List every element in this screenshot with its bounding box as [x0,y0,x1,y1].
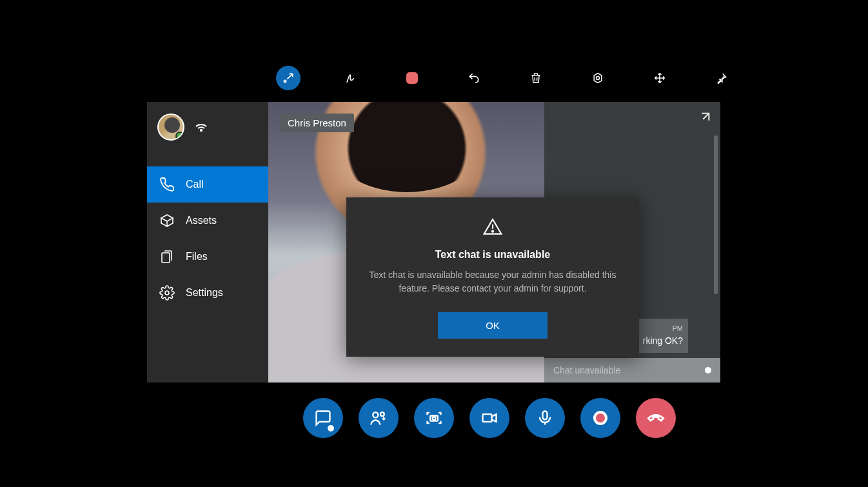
dialog-title: Text chat is unavailable [366,249,620,261]
notification-dot [328,425,334,432]
warning-icon [366,217,620,240]
svg-point-5 [165,291,169,295]
record-button[interactable] [580,398,620,438]
collapse-toolbar-button[interactable] [276,66,301,90]
chat-button[interactable] [303,398,343,438]
move-button[interactable] [647,66,672,90]
message-time: PM [643,324,683,333]
svg-rect-4 [162,253,170,263]
chat-input[interactable]: Chat unavailable [544,358,720,383]
presence-indicator [175,132,184,141]
pin-button[interactable] [709,66,734,90]
add-participant-button[interactable] [359,398,399,438]
unavailable-dialog: Text chat is unavailable Text chat is un… [346,197,639,357]
undo-button[interactable] [462,66,486,90]
svg-marker-1 [594,74,602,83]
snapshot-button[interactable] [414,398,454,438]
ink-tool-button[interactable] [338,66,362,90]
svg-point-7 [492,231,493,232]
sidebar-label: Call [186,179,204,190]
network-icon[interactable] [193,118,209,136]
hangup-button[interactable] [636,398,676,438]
svg-rect-12 [483,414,492,422]
avatar[interactable] [157,114,184,141]
send-icon[interactable] [705,367,711,373]
svg-point-8 [373,412,378,417]
sidebar-item-settings[interactable]: Settings [147,275,268,311]
record-indicator[interactable] [400,66,424,90]
svg-point-2 [597,77,600,80]
chat-scrollbar[interactable] [714,135,718,294]
video-toggle-button[interactable] [469,398,509,438]
dialog-body: Text chat is unavailable because your ad… [366,268,620,295]
sidebar-item-assets[interactable]: Assets [147,203,268,239]
svg-point-11 [433,417,436,420]
chat-message: PM rking OK? [638,319,688,353]
mic-toggle-button[interactable] [525,398,565,438]
sidebar: Call Assets Files Settings [147,102,268,383]
gear-icon [159,285,175,301]
annotation-toolbar [276,66,734,90]
participant-name-tag: Chris Preston [280,114,354,132]
delete-button[interactable] [524,66,548,90]
target-button[interactable] [586,66,610,90]
chat-placeholder: Chat unavailable [553,365,620,375]
call-controls [303,398,676,438]
sidebar-label: Assets [186,215,217,226]
popout-icon[interactable] [697,111,711,128]
svg-point-9 [380,412,384,416]
svg-point-0 [284,80,286,82]
sidebar-label: Settings [186,287,223,299]
svg-rect-13 [543,412,547,420]
message-text: rking OK? [643,335,683,348]
sidebar-label: Files [186,251,208,263]
ok-button[interactable]: OK [438,312,547,339]
record-inner-icon [593,411,607,425]
phone-icon [159,177,175,192]
box-icon [159,213,175,228]
sidebar-item-call[interactable]: Call [147,166,268,203]
sidebar-item-files[interactable]: Files [147,239,268,275]
svg-point-3 [201,130,202,131]
files-icon [159,249,175,264]
